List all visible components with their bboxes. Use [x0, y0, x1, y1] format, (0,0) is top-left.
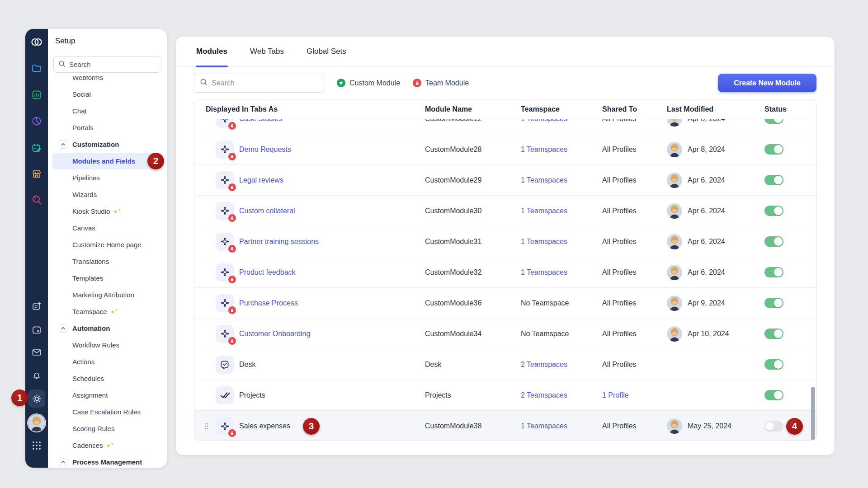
mail-icon[interactable]	[31, 347, 42, 358]
chevron-up-icon[interactable]	[59, 458, 67, 466]
chevron-up-icon[interactable]	[59, 140, 67, 149]
shared-to-value[interactable]: All Profiles	[602, 268, 637, 276]
shared-to-value[interactable]: All Profiles	[602, 330, 637, 338]
table-row[interactable]: Case Studies CustomModule12 1 Teamspaces…	[194, 119, 816, 134]
sidebar-item-scoring-rules[interactable]: Scoring Rules	[52, 420, 162, 437]
status-toggle[interactable]	[764, 144, 783, 155]
modules-search-input[interactable]	[212, 79, 318, 87]
note-add-icon[interactable]	[31, 301, 42, 312]
sidebar-item-customize-home-page[interactable]: Customize Home page	[52, 236, 162, 253]
teamspace-value[interactable]: 1 Teamspaces	[521, 268, 567, 276]
sidebar-item-actions[interactable]: Actions	[52, 353, 162, 370]
sidebar-item-pipelines[interactable]: Pipelines	[52, 169, 162, 186]
status-toggle[interactable]	[764, 359, 783, 370]
teamspace-value[interactable]: 1 Teamspaces	[521, 119, 567, 122]
teamspace-value[interactable]: 2 Teamspaces	[521, 391, 567, 399]
status-toggle[interactable]	[764, 390, 783, 400]
tab-modules[interactable]: Modules	[196, 37, 227, 66]
table-row[interactable]: Customer Onboarding CustomModule34 No Te…	[194, 319, 816, 349]
sidebar-item-portals[interactable]: Portals	[52, 119, 162, 136]
sidebar-item-assignment[interactable]: Assignment	[52, 387, 162, 404]
tab-global-sets[interactable]: Global Sets	[307, 37, 346, 66]
shared-to-value[interactable]: 1 Profile	[602, 391, 629, 399]
sidebar-item-social[interactable]: Social	[52, 86, 162, 103]
table-row[interactable]: Desk Desk 2 Teamspaces All Profiles	[194, 349, 816, 380]
sidebar-item-wizards[interactable]: Wizards	[52, 186, 162, 203]
teamspace-value[interactable]: 1 Teamspaces	[521, 422, 567, 430]
calendar-icon[interactable]	[31, 324, 42, 335]
status-toggle[interactable]	[764, 206, 783, 216]
sidebar-item-teamspace[interactable]: Teamspace	[52, 303, 162, 320]
sidebar-search-input[interactable]	[69, 61, 156, 68]
shared-to-value[interactable]: All Profiles	[602, 422, 637, 430]
status-toggle[interactable]	[764, 421, 783, 432]
sidebar-item-workflow-rules[interactable]: Workflow Rules	[52, 337, 162, 353]
module-display-name[interactable]: Desk	[239, 361, 255, 369]
table-row[interactable]: Product feedback CustomModule32 1 Teamsp…	[194, 257, 816, 288]
module-display-name[interactable]: Custom collateral	[239, 207, 295, 215]
module-display-name[interactable]: Demo Requests	[239, 145, 291, 154]
shared-to-value[interactable]: All Profiles	[602, 145, 637, 153]
module-display-name[interactable]: Case Studies	[239, 119, 282, 123]
shared-to-value[interactable]: All Profiles	[602, 299, 637, 307]
sidebar-item-translations[interactable]: Translations	[52, 253, 162, 270]
teamspace-value[interactable]: 1 Teamspaces	[521, 176, 567, 184]
module-display-name[interactable]: Customer Onboarding	[239, 330, 310, 338]
teamspace-value[interactable]: 1 Teamspaces	[521, 238, 567, 245]
sidebar-item-case-escalation-rules[interactable]: Case Escalation Rules	[52, 404, 162, 420]
bell-icon[interactable]	[31, 370, 42, 381]
sidebar-item-chat[interactable]: Chat	[52, 103, 162, 119]
module-display-name[interactable]: Purchase Process	[239, 299, 298, 307]
module-display-name[interactable]: Product feedback	[239, 268, 296, 277]
shared-to-value[interactable]: All Profiles	[602, 238, 637, 245]
module-display-name[interactable]: Partner training sessions	[239, 238, 319, 246]
modules-search-box[interactable]	[194, 74, 324, 93]
settings-gear-icon[interactable]	[28, 389, 45, 408]
drag-handle-icon[interactable]	[204, 423, 208, 430]
analytics-pie-icon[interactable]	[31, 116, 42, 127]
planner-icon[interactable]	[31, 143, 42, 154]
sidebar-item-cadences[interactable]: Cadences	[52, 437, 162, 454]
zia-search-icon[interactable]	[31, 194, 42, 205]
status-toggle[interactable]	[764, 119, 783, 124]
sidebar-item-templates[interactable]: Templates	[52, 270, 162, 286]
module-display-name[interactable]: Projects	[239, 391, 265, 399]
table-scrollbar-thumb[interactable]	[811, 387, 815, 441]
table-row[interactable]: Legal reviews CustomModule29 1 Teamspace…	[194, 165, 816, 196]
status-toggle[interactable]	[764, 175, 783, 185]
sidebar-item-kiosk-studio[interactable]: Kiosk Studio	[52, 203, 162, 220]
table-row[interactable]: Partner training sessions CustomModule31…	[194, 226, 816, 257]
table-row[interactable]: Sales expenses 3 CustomModule38 1 Teamsp…	[194, 411, 816, 440]
folder-icon[interactable]	[31, 63, 42, 74]
teamspace-value[interactable]: 1 Teamspaces	[521, 145, 567, 153]
shared-to-value[interactable]: All Profiles	[602, 207, 637, 215]
sidebar-item-webforms[interactable]: Webforms	[52, 76, 162, 86]
shared-to-value[interactable]: All Profiles	[602, 119, 637, 122]
module-display-name[interactable]: Sales expenses	[239, 422, 290, 430]
sidebar-item-process-management[interactable]: Process Management	[52, 454, 162, 468]
zoho-crm-logo-icon[interactable]	[31, 36, 43, 48]
sidebar-item-modules-and-fields[interactable]: Modules and Fields 2	[52, 153, 162, 169]
marketplace-icon[interactable]	[31, 169, 42, 179]
teamspace-value[interactable]: 1 Teamspaces	[521, 207, 567, 215]
table-row[interactable]: Custom collateral CustomModule30 1 Teams…	[194, 196, 816, 226]
sidebar-search-box[interactable]	[53, 56, 161, 73]
sidebar-item-automation[interactable]: Automation	[52, 320, 162, 337]
status-toggle[interactable]	[764, 267, 783, 277]
table-row[interactable]: Projects Projects 2 Teamspaces 1 Profile	[194, 380, 816, 411]
teamspace-value[interactable]: No Teamspace	[521, 330, 569, 338]
shared-to-value[interactable]: All Profiles	[602, 361, 637, 368]
shared-to-value[interactable]: All Profiles	[602, 176, 637, 184]
reports-icon[interactable]	[31, 89, 42, 100]
app-grid-icon[interactable]	[32, 441, 41, 450]
create-new-module-button[interactable]: Create New Module	[718, 74, 816, 92]
teamspace-value[interactable]: 2 Teamspaces	[521, 361, 567, 368]
sidebar-item-marketing-attribution[interactable]: Marketing Attribution	[52, 286, 162, 303]
sidebar-item-customization[interactable]: Customization	[52, 136, 162, 153]
status-toggle[interactable]	[764, 298, 783, 308]
table-row[interactable]: Purchase Process CustomModule36 No Teams…	[194, 288, 816, 319]
user-avatar[interactable]	[28, 414, 45, 432]
status-toggle[interactable]	[764, 328, 783, 339]
sidebar-item-schedules[interactable]: Schedules	[52, 370, 162, 387]
chevron-up-icon[interactable]	[59, 324, 67, 333]
